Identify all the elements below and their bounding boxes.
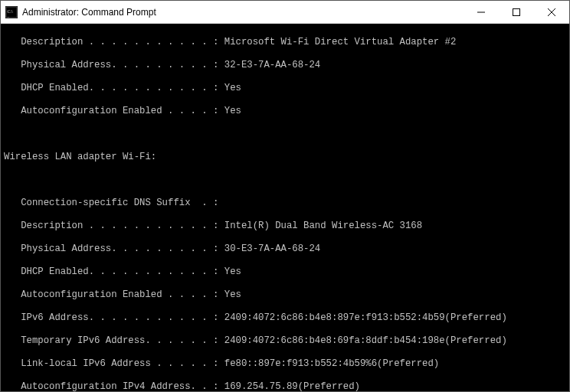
output-line: Physical Address. . . . . . . . . : 32-E… <box>4 60 566 71</box>
svg-rect-5 <box>513 8 520 15</box>
output-line: DHCP Enabled. . . . . . . . . . . : Yes <box>4 266 566 278</box>
output-line: Description . . . . . . . . . . . : Inte… <box>4 220 566 232</box>
titlebar[interactable]: C:\_ Administrator: Command Prompt <box>1 1 569 24</box>
output-line: Temporary IPv6 Address. . . . . . : 2409… <box>4 335 566 347</box>
output-line: Autoconfiguration Enabled . . . . : Yes <box>4 106 566 117</box>
adapter-header: Wireless LAN adapter Wi-Fi: <box>4 152 566 163</box>
svg-text:_: _ <box>7 14 10 18</box>
output-line: Link-local IPv6 Address . . . . . : fe80… <box>4 358 566 370</box>
terminal-output[interactable]: Description . . . . . . . . . . . : Micr… <box>1 24 569 391</box>
output-line: Description . . . . . . . . . . . : Micr… <box>4 37 566 48</box>
output-line: Connection-specific DNS Suffix . : <box>4 198 566 209</box>
blank-line <box>4 129 566 140</box>
output-line: Physical Address. . . . . . . . . : 30-E… <box>4 243 566 255</box>
blank-line <box>4 175 566 186</box>
output-line: Autoconfiguration Enabled . . . . : Yes <box>4 289 566 301</box>
command-prompt-window: C:\_ Administrator: Command Prompt Descr… <box>0 0 570 392</box>
maximize-button[interactable] <box>499 1 534 23</box>
window-controls <box>464 1 569 23</box>
output-line: Autoconfiguration IPv4 Address. . : 169.… <box>4 381 566 391</box>
output-line: IPv6 Address. . . . . . . . . . . : 2409… <box>4 312 566 324</box>
window-title: Administrator: Command Prompt <box>22 7 464 18</box>
close-button[interactable] <box>534 1 569 23</box>
output-line: DHCP Enabled. . . . . . . . . . . : Yes <box>4 83 566 94</box>
cmd-icon: C:\_ <box>5 6 18 18</box>
minimize-button[interactable] <box>464 1 499 23</box>
